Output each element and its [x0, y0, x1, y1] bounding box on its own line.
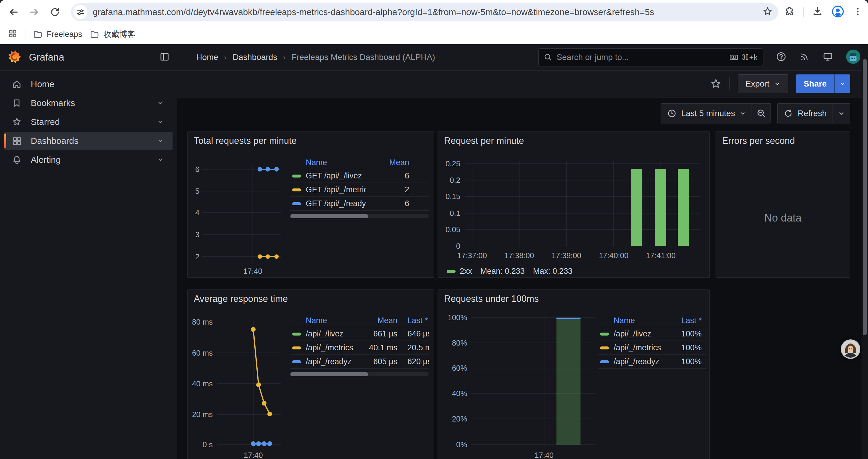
extensions-icon[interactable]	[784, 6, 795, 18]
series-color-pill	[292, 333, 301, 335]
dock-menu-icon[interactable]	[159, 52, 169, 63]
legend-scrollbar-thumb[interactable]	[290, 372, 368, 376]
chevron-down-icon[interactable]	[157, 157, 164, 163]
chevron-down-icon[interactable]	[157, 100, 164, 106]
panel-request-per-minute: Request per minute 0.250.20.150.10.05017…	[438, 131, 710, 278]
breadcrumb: Home › Dashboards › Freeleaps Metrics Da…	[196, 53, 435, 62]
svg-text:2: 2	[195, 253, 199, 261]
legend-row[interactable]: GET /api/_/livez 6	[290, 169, 429, 183]
legend-row[interactable]: /api/_/metrics 100%	[598, 341, 706, 355]
sidebar-item-dashboards[interactable]: Dashboards	[4, 132, 173, 150]
chevron-down-icon[interactable]	[157, 119, 164, 125]
sidebar-item-bookmarks[interactable]: Bookmarks	[4, 94, 173, 112]
grafana-logo-icon[interactable]	[8, 50, 21, 65]
search-icon	[544, 53, 553, 62]
assistant-avatar[interactable]	[840, 339, 861, 359]
download-icon[interactable]	[812, 6, 823, 18]
time-range-picker[interactable]: Last 5 minutes	[661, 109, 752, 118]
sidebar-item-home[interactable]: Home	[4, 75, 173, 93]
bookmark-label[interactable]: Freeleaps	[47, 30, 82, 39]
legend-row[interactable]: /api/_/readyz 100%	[598, 355, 706, 369]
sidebar-item-alerting[interactable]: Alerting	[4, 151, 173, 169]
svg-text:3: 3	[195, 230, 199, 239]
panel-title[interactable]: Average response time	[194, 294, 288, 304]
legend-inline[interactable]: 2xx Mean: 0.233 Max: 0.233	[447, 267, 572, 276]
profile-icon[interactable]	[831, 5, 844, 19]
breadcrumb-separator: ›	[283, 53, 286, 62]
url-text[interactable]: grafana.mathmast.com/d/deytv4rwavabkb/fr…	[93, 7, 762, 17]
svg-text:60 ms: 60 ms	[192, 349, 213, 357]
page-scrollbar-thumb[interactable]	[863, 59, 867, 335]
refresh-interval-dropdown[interactable]	[833, 104, 850, 123]
bookmark-star-icon[interactable]	[762, 6, 773, 18]
export-button[interactable]: Export	[738, 74, 788, 93]
series-color-pill	[600, 347, 609, 350]
legend-row[interactable]: GET /api/_/metrics 2	[290, 183, 429, 197]
share-button[interactable]: Share	[796, 74, 834, 93]
legend-table: Name Last * /api/_/livez 100% /api/_/met…	[598, 314, 706, 382]
forward-icon[interactable]	[28, 6, 41, 19]
svg-text:20 ms: 20 ms	[192, 410, 213, 419]
legend-row[interactable]: /api/_/livez 100%	[598, 327, 706, 341]
site-settings-icon[interactable]	[73, 5, 88, 19]
legend-col-mean[interactable]: Mean	[366, 158, 409, 167]
legend-row[interactable]: /api/_/livez 661 µs 646 µs	[290, 327, 429, 341]
sidebar-item-starred[interactable]: Starred	[4, 113, 173, 131]
legend-table: Name Mean Last * /api/_/livez 661 µs 646…	[290, 314, 429, 382]
legend-row[interactable]: /api/_/metrics 40.1 ms 20.5 ms	[290, 341, 429, 355]
bar-chart[interactable]: 0.250.20.150.10.05017:37:0017:38:0017:39…	[438, 132, 709, 277]
svg-text:20%: 20%	[452, 415, 467, 423]
svg-text:40 ms: 40 ms	[192, 380, 213, 388]
help-icon[interactable]	[776, 52, 786, 63]
svg-text:17:40: 17:40	[244, 451, 263, 459]
zoom-out-time-icon[interactable]	[752, 104, 771, 123]
legend-table: Name Mean GET /api/_/livez 6 GET /api/_/…	[290, 156, 429, 224]
legend-col-mean[interactable]: Mean	[354, 316, 397, 325]
monitor-icon[interactable]	[823, 52, 833, 63]
svg-text:0.15: 0.15	[445, 192, 460, 201]
url-bar[interactable]: grafana.mathmast.com/d/deytv4rwavabkb/fr…	[71, 3, 778, 21]
bookmarks-divider	[25, 28, 25, 40]
home-icon	[12, 79, 22, 89]
legend-col-last[interactable]: Last *	[666, 316, 702, 325]
apps-grid-icon[interactable]	[8, 29, 17, 39]
brand: Grafana	[0, 44, 177, 71]
panel-title[interactable]: Total requests per minute	[194, 136, 297, 146]
header-icons	[776, 50, 860, 65]
panel-title[interactable]: Request per minute	[444, 136, 524, 146]
bookmark-folder-freeleaps[interactable]: Freeleaps	[33, 30, 82, 39]
legend-col-name[interactable]: Name	[306, 316, 354, 325]
legend-col-name[interactable]: Name	[306, 158, 366, 167]
menu-kebab-icon[interactable]	[852, 6, 863, 18]
legend-row[interactable]: /api/_/readyz 605 µs 620 µs	[290, 355, 429, 369]
legend-col-name[interactable]: Name	[614, 316, 666, 325]
panel-title[interactable]: Requests under 100ms	[444, 294, 539, 304]
share-menu-button[interactable]	[834, 74, 850, 93]
search-input[interactable]	[557, 53, 725, 62]
back-icon[interactable]	[7, 6, 20, 19]
sidebar-nav: Home Bookmarks Starred Dashboards	[0, 71, 177, 169]
panel-title[interactable]: Errors per second	[722, 136, 795, 146]
refresh-button[interactable]: Refresh	[778, 109, 833, 118]
news-rss-icon[interactable]	[800, 52, 809, 63]
clock-icon	[667, 109, 677, 118]
legend-scrollbar-thumb[interactable]	[290, 214, 368, 218]
svg-text:0 s: 0 s	[203, 440, 213, 449]
series-color-pill	[292, 189, 301, 191]
panel-requests-under-100ms: Requests under 100ms 100%80%60%40%20%0%1…	[438, 290, 710, 459]
breadcrumb-dashboards[interactable]: Dashboards	[232, 53, 277, 62]
legend-row[interactable]: GET /api/_/readyz 6	[290, 197, 429, 211]
legend-col-last[interactable]: Last *	[407, 316, 429, 325]
bookmark-folder-blogs[interactable]: 收藏博客	[90, 29, 135, 40]
bookmark-label[interactable]: 收藏博客	[103, 29, 135, 40]
favorite-star-icon[interactable]	[710, 78, 722, 90]
svg-text:5: 5	[195, 187, 199, 195]
series-color-pill	[292, 174, 301, 177]
reload-icon[interactable]	[49, 6, 61, 19]
grafana-app: Grafana Home Bookmarks Starred	[0, 44, 868, 459]
breadcrumb-home[interactable]: Home	[196, 53, 218, 62]
breadcrumb-separator: ›	[224, 53, 227, 62]
search-bar[interactable]: ⌘+k	[538, 48, 764, 66]
user-avatar[interactable]	[846, 50, 860, 65]
chevron-down-icon[interactable]	[157, 138, 164, 144]
